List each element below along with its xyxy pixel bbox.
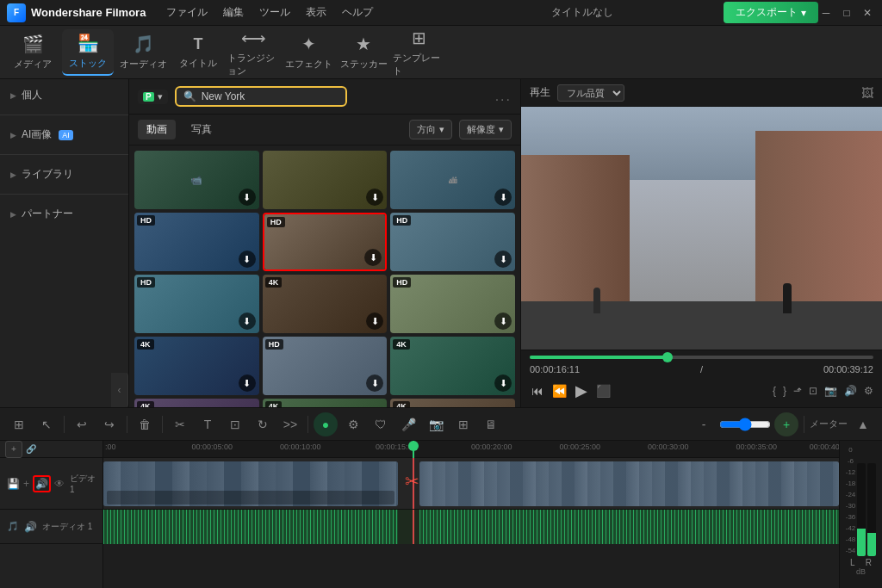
- tl-tool-zoom-out[interactable]: -: [692, 412, 716, 436]
- video-thumb-5[interactable]: HD ⬇: [263, 213, 388, 271]
- tl-tool-zoom-in[interactable]: +: [774, 412, 798, 436]
- sidebar-collapse-button[interactable]: ‹: [111, 373, 128, 407]
- video-thumb-8[interactable]: 4K ⬇: [263, 275, 388, 333]
- toolbar-media[interactable]: 🎬 メディア: [7, 29, 59, 76]
- download-button-3[interactable]: ⬇: [494, 189, 512, 206]
- quality-select[interactable]: フル品質: [557, 84, 624, 102]
- video-thumb-7[interactable]: HD ⬇: [134, 275, 259, 333]
- tl-tool-shield[interactable]: 🛡: [369, 412, 393, 436]
- split-icon[interactable]: ⊡: [809, 385, 817, 397]
- video-thumb-13[interactable]: 4K ⬇: [134, 399, 259, 407]
- sidebar-item-personal[interactable]: ▶ 個人: [0, 79, 128, 111]
- search-box[interactable]: 🔍: [175, 86, 347, 107]
- more-options-button[interactable]: ...: [495, 89, 512, 104]
- camera-icon[interactable]: 📷: [824, 385, 837, 397]
- maximize-button[interactable]: □: [839, 5, 854, 21]
- download-button-10[interactable]: ⬇: [239, 374, 256, 392]
- audio-track-area[interactable]: [103, 510, 839, 544]
- tl-link[interactable]: 🔗: [22, 441, 40, 458]
- tl-tool-mic[interactable]: 🎤: [396, 412, 420, 436]
- video-thumb-3[interactable]: 🏙 ⬇: [390, 151, 515, 209]
- mark-in-icon[interactable]: {: [773, 385, 776, 397]
- tl-tool-chevron[interactable]: ▲: [851, 412, 875, 436]
- menu-tools[interactable]: ツール: [252, 3, 297, 22]
- video-thumb-14[interactable]: 4K ⬇: [263, 399, 388, 407]
- tl-tool-crop[interactable]: ⊡: [223, 412, 247, 436]
- toolbar-effect[interactable]: ✦ エフェクト: [283, 29, 334, 76]
- tl-tool-delete[interactable]: 🗑: [133, 412, 157, 436]
- audio-clip-1[interactable]: [103, 510, 398, 544]
- tl-tool-more[interactable]: >>: [278, 412, 302, 436]
- close-button[interactable]: ✕: [860, 5, 875, 21]
- export-frame-icon[interactable]: ⬏: [793, 385, 802, 397]
- menu-edit[interactable]: 編集: [216, 3, 251, 22]
- tl-tool-camera2[interactable]: 📷: [424, 412, 448, 436]
- time-ruler[interactable]: :00 00:00:05:00 00:00:10:00 00:00:15:00 …: [103, 441, 839, 458]
- video-thumb-10[interactable]: 4K ⬇: [134, 337, 259, 395]
- video-clip-1[interactable]: [103, 461, 398, 506]
- sidebar-item-ai-image[interactable]: ▶ AI画像 AI: [0, 119, 128, 151]
- video-thumb-2[interactable]: ⬇: [263, 151, 388, 209]
- download-button-7[interactable]: ⬇: [239, 313, 256, 330]
- progress-thumb[interactable]: [662, 352, 673, 362]
- toolbar-audio[interactable]: 🎵 オーディオ: [117, 29, 169, 76]
- video-thumb-15[interactable]: 4K ⬇: [390, 399, 515, 407]
- tl-add-track[interactable]: +: [5, 441, 22, 458]
- toolbar-sticker[interactable]: ★ ステッカー: [338, 29, 389, 76]
- video-clip-2[interactable]: [419, 461, 839, 506]
- tl-tool-undo[interactable]: ↩: [70, 412, 94, 436]
- tl-tool-rotate[interactable]: ↻: [251, 412, 275, 436]
- tl-tool-playhead[interactable]: ●: [314, 412, 338, 436]
- download-button-6[interactable]: ⬇: [494, 251, 512, 268]
- minimize-button[interactable]: ─: [818, 5, 834, 21]
- save-track-icon[interactable]: 💾: [7, 478, 20, 490]
- tl-tool-cut[interactable]: ✂: [168, 412, 192, 436]
- tl-tool-text[interactable]: T: [196, 412, 220, 436]
- step-back-button[interactable]: ⏪: [550, 382, 568, 399]
- resolution-select[interactable]: 解像度 ▾: [459, 120, 512, 139]
- stop-button[interactable]: ⬛: [594, 382, 612, 399]
- video-thumb-6[interactable]: HD ⬇: [390, 213, 515, 271]
- export-button[interactable]: エクスポート ▾: [724, 2, 818, 23]
- audio-clip-2[interactable]: [419, 510, 839, 544]
- download-button-4[interactable]: ⬇: [239, 251, 256, 268]
- tl-tool-monitor[interactable]: 🖥: [479, 412, 503, 436]
- snapshot-icon[interactable]: 🖼: [861, 86, 873, 100]
- tl-tool-grid[interactable]: ⊞: [7, 412, 31, 436]
- video-thumb-9[interactable]: HD ⬇: [390, 275, 515, 333]
- sidebar-item-partner[interactable]: ▶ パートナー: [0, 198, 128, 230]
- play-button[interactable]: ▶: [574, 380, 589, 402]
- toolbar-stock[interactable]: 🏪 ストック: [62, 29, 114, 76]
- zoom-slider[interactable]: [719, 418, 771, 431]
- tl-tool-setting[interactable]: ⚙: [341, 412, 365, 436]
- audio-speaker-icon[interactable]: 🔊: [24, 521, 37, 533]
- toolbar-template[interactable]: ⊞ テンプレート: [393, 29, 444, 76]
- video-thumb-11[interactable]: HD ⬇: [263, 337, 388, 395]
- tl-tool-select[interactable]: ↖: [34, 412, 59, 436]
- tl-tool-multi[interactable]: ⊞: [451, 412, 475, 436]
- volume-icon[interactable]: 🔊: [844, 385, 857, 397]
- video-thumb-1[interactable]: 📹 ⬇: [134, 151, 259, 209]
- download-button-12[interactable]: ⬇: [494, 374, 512, 392]
- search-input[interactable]: [202, 90, 339, 102]
- toolbar-transition[interactable]: ⟷ トランジション: [227, 29, 279, 76]
- direction-select[interactable]: 方向 ▾: [409, 120, 452, 139]
- video-thumb-4[interactable]: HD ⬇: [134, 213, 259, 271]
- filter-tab-video[interactable]: 動画: [138, 120, 176, 139]
- filter-tab-photo[interactable]: 写真: [183, 120, 220, 139]
- menu-file[interactable]: ファイル: [159, 3, 214, 22]
- eye-icon[interactable]: 👁: [54, 478, 65, 490]
- mark-out-icon[interactable]: }: [783, 385, 786, 397]
- settings-icon[interactable]: ⚙: [864, 385, 873, 397]
- sidebar-item-library[interactable]: ▶ ライブラリ: [0, 158, 128, 190]
- download-button-1[interactable]: ⬇: [239, 189, 256, 206]
- menu-view[interactable]: 表示: [299, 3, 333, 22]
- audio-track-icon-highlighted[interactable]: 🔊: [33, 475, 51, 492]
- progress-bar[interactable]: [530, 356, 873, 359]
- video-thumb-12[interactable]: 4K ⬇: [390, 337, 515, 395]
- download-button-9[interactable]: ⬇: [494, 313, 512, 330]
- rewind-button[interactable]: ⏮: [530, 382, 545, 399]
- video-track-area[interactable]: ✂: [103, 458, 839, 510]
- add-media-icon[interactable]: +: [23, 478, 29, 490]
- menu-help[interactable]: ヘルプ: [335, 3, 380, 22]
